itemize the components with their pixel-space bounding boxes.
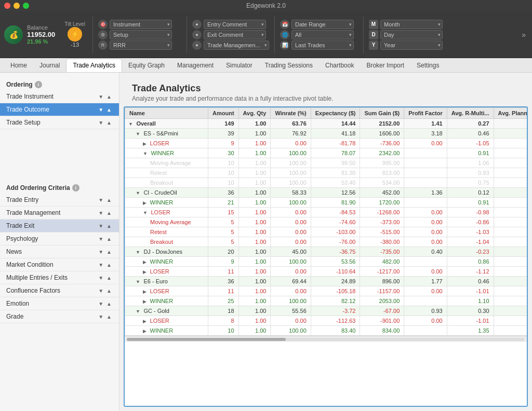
table-row[interactable]: ▼ CI - CrudeOil361.0058.3312.56452.001.3… xyxy=(125,188,528,198)
sidebar-item-multiple-entries[interactable]: Multiple Entries / Exits ▼▲ xyxy=(0,271,119,284)
nav-tab-broker-import[interactable]: Broker Import xyxy=(360,59,410,72)
cell-avg_qty: 1.00 xyxy=(238,326,271,336)
entry-comment-select[interactable]: Entry Comment xyxy=(204,20,266,29)
trade-exit-up[interactable]: ▲ xyxy=(105,223,113,229)
nav-tab-settings[interactable]: Settings xyxy=(410,59,445,72)
nav-tab-equity-graph[interactable]: Equity Graph xyxy=(122,59,171,72)
table-row[interactable]: Retest51.000.00-103.00-515.000.00-1.031 xyxy=(125,227,528,237)
table-row[interactable]: ▶ WINNER101.00100.0083.40834.001.351 xyxy=(125,326,528,336)
trade-setup-down-arrow[interactable]: ▼ xyxy=(97,119,104,126)
table-row[interactable]: Breakout101.00100.0053.40534.000.751 xyxy=(125,178,528,188)
sidebar-item-trade-outcome[interactable]: Trade Outcome ▼ ▲ xyxy=(0,103,119,116)
instrument-select-wrapper: Instrument xyxy=(110,20,172,29)
setup-select[interactable]: Setup xyxy=(110,30,172,39)
sidebar-item-grade[interactable]: Grade ▼▲ xyxy=(0,310,119,323)
trade-management-select[interactable]: Trade Managemen... xyxy=(204,40,269,50)
table-row[interactable]: ▼ E6 - Euro361.0069.4424.89896.001.770.4… xyxy=(125,277,528,286)
market-condition-down[interactable]: ▼ xyxy=(97,262,104,268)
trade-outcome-up-arrow[interactable]: ▲ xyxy=(105,106,113,113)
nav-tab-simulator[interactable]: Simulator xyxy=(220,59,259,72)
table-row[interactable]: ▼ WINNER301.00100.0078.072342.000.911 xyxy=(125,148,528,158)
trade-management-down[interactable]: ▼ xyxy=(97,210,104,216)
table-container[interactable]: Name Amount Avg. Qty Winrate (%) Expecta… xyxy=(124,106,528,407)
sidebar-item-trade-entry[interactable]: Trade Entry ▼▲ xyxy=(0,194,119,207)
multiple-entries-down[interactable]: ▼ xyxy=(97,275,104,281)
grade-down[interactable]: ▼ xyxy=(97,313,104,320)
sidebar-item-trade-setup[interactable]: Trade Setup ▼ ▲ xyxy=(0,116,119,129)
table-row[interactable]: ▶ WINNER91.00100.0053.56482.000.861 xyxy=(125,257,528,267)
horizontal-scrollbar[interactable] xyxy=(125,336,527,342)
table-row[interactable]: ▶ LOSER81.000.00-112.63-901.000.00-1.011 xyxy=(125,316,528,326)
nav-tab-trading-sessions[interactable]: Trading Sessions xyxy=(259,59,319,72)
table-row[interactable]: ▼ DJ - DowJones201.0045.00-36.75-735.000… xyxy=(125,247,528,257)
nav-tab-management[interactable]: Management xyxy=(171,59,220,72)
table-row[interactable]: ▶ WINNER211.00100.0081.901720.000.911 xyxy=(125,198,528,208)
trade-outcome-arrows: ▼ ▲ xyxy=(97,106,113,113)
table-row[interactable]: ▼ LOSER151.000.00-84.53-1268.000.00-0.98… xyxy=(125,208,528,217)
add-ordering-info-icon[interactable]: i xyxy=(72,184,79,191)
trade-entry-down[interactable]: ▼ xyxy=(97,197,104,203)
day-select[interactable]: Day xyxy=(380,30,443,39)
emotion-down[interactable]: ▼ xyxy=(97,300,104,307)
sidebar-item-market-condition[interactable]: Market Condition ▼▲ xyxy=(0,258,119,271)
trade-management-up[interactable]: ▲ xyxy=(105,210,113,216)
table-row[interactable]: ▼ ES - S&Pmini391.0076.9241.181606.003.1… xyxy=(125,129,528,139)
trade-outcome-down-arrow[interactable]: ▼ xyxy=(97,106,104,113)
all-select[interactable]: All xyxy=(291,30,354,39)
date-range-select[interactable]: Date Range xyxy=(291,20,354,29)
exit-comment-select[interactable]: Exit Comment xyxy=(204,30,266,39)
news-down[interactable]: ▼ xyxy=(97,249,104,255)
grade-up[interactable]: ▲ xyxy=(105,313,113,320)
nav-tab-trade-analytics[interactable]: Trade Analytics xyxy=(66,59,122,72)
trade-setup-up-arrow[interactable]: ▲ xyxy=(105,119,113,126)
exit-comment-icon: ● xyxy=(192,30,202,39)
table-row[interactable]: ▼ Overall1491.0063.7614.442152.001.410.2… xyxy=(125,119,528,129)
sidebar-item-trade-management[interactable]: Trade Management ▼▲ xyxy=(0,207,119,220)
month-select-wrapper: Month xyxy=(380,20,443,29)
trade-instrument-up-arrow[interactable]: ▲ xyxy=(105,93,113,100)
sidebar-item-news[interactable]: News ▼▲ xyxy=(0,245,119,258)
table-row[interactable]: Moving Average51.000.00-74.60-373.000.00… xyxy=(125,217,528,227)
table-row[interactable]: Retest101.00100.0081.30813.000.931 xyxy=(125,168,528,178)
confluence-down[interactable]: ▼ xyxy=(97,287,104,294)
minimize-button[interactable] xyxy=(14,3,20,9)
trade-exit-down[interactable]: ▼ xyxy=(97,223,104,229)
year-select[interactable]: Year xyxy=(380,40,443,50)
sidebar-item-trade-instrument[interactable]: Trade Instrument ▼ ▲ xyxy=(0,90,119,103)
sidebar-item-trade-exit[interactable]: Trade Exit ▼▲ xyxy=(0,220,119,232)
sidebar-item-psychology[interactable]: Psychology ▼▲ xyxy=(0,232,119,245)
nav-tab-home[interactable]: Home xyxy=(4,59,33,72)
trade-entry-up[interactable]: ▲ xyxy=(105,197,113,203)
multiple-entries-up[interactable]: ▲ xyxy=(105,275,113,281)
month-select[interactable]: Month xyxy=(380,20,443,29)
sidebar-item-confluence-factors[interactable]: Confluence Factors ▼▲ xyxy=(0,284,119,297)
last-trades-select[interactable]: Last Trades xyxy=(291,40,354,50)
nav-tab-journal[interactable]: Journal xyxy=(33,59,66,72)
table-row[interactable]: ▼ GC - Gold181.0055.56-3.72-67.000.930.3… xyxy=(125,306,528,316)
psychology-down[interactable]: ▼ xyxy=(97,236,104,242)
instrument-select[interactable]: Instrument xyxy=(110,20,172,29)
maximize-button[interactable] xyxy=(23,3,29,9)
sidebar-item-emotion[interactable]: Emotion ▼▲ xyxy=(0,297,119,310)
ordering-info-icon[interactable]: i xyxy=(35,81,42,88)
table-row[interactable]: ▶ LOSER91.000.00-81.78-736.000.00-1.051 xyxy=(125,139,528,148)
nav-tab-chartbook[interactable]: Chartbook xyxy=(319,59,360,72)
table-row[interactable]: ▶ LOSER111.000.00-110.64-1217.000.00-1.1… xyxy=(125,267,528,277)
cell-sum_gain: 2342.00 xyxy=(360,148,404,158)
confluence-up[interactable]: ▲ xyxy=(105,287,113,294)
table-row[interactable]: ▶ LOSER111.000.00-105.18-1157.000.00-1.0… xyxy=(125,286,528,296)
cell-name: ▶ WINNER xyxy=(125,257,208,267)
psychology-up[interactable]: ▲ xyxy=(105,236,113,242)
table-row[interactable]: Moving Average101.00100.0099.50995.001.0… xyxy=(125,158,528,168)
trade-instrument-down-arrow[interactable]: ▼ xyxy=(97,93,104,100)
table-row[interactable]: ▶ WINNER251.00100.0082.122053.001.101 xyxy=(125,296,528,306)
close-button[interactable] xyxy=(4,3,10,9)
market-condition-up[interactable]: ▲ xyxy=(105,262,113,268)
cell-avg_qty: 1.00 xyxy=(238,178,271,188)
emotion-up[interactable]: ▲ xyxy=(105,300,113,307)
toolbar-expand-button[interactable]: » xyxy=(520,29,528,41)
rrr-select[interactable]: RRR xyxy=(110,40,172,50)
news-up[interactable]: ▲ xyxy=(105,249,113,255)
table-row[interactable]: Breakout51.000.00-76.00-380.000.00-1.041 xyxy=(125,237,528,247)
scrollbar-thumb[interactable] xyxy=(127,338,286,341)
